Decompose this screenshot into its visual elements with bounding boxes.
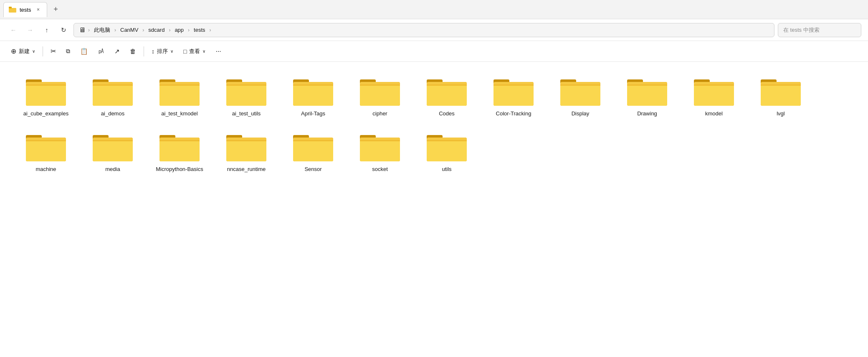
folder-icon <box>760 74 802 108</box>
folder-icon <box>159 130 200 163</box>
folder-label: utils <box>442 166 451 173</box>
svg-rect-25 <box>293 84 333 106</box>
folder-item-folder-machine[interactable]: machine <box>13 126 79 177</box>
svg-rect-26 <box>293 84 333 86</box>
folder-item-folder-sensor[interactable]: Sensor <box>280 126 347 177</box>
computer-icon: 🖥 <box>79 26 86 34</box>
folder-icon <box>693 74 735 108</box>
svg-rect-81 <box>226 140 266 141</box>
folder-label: machine <box>35 166 56 173</box>
view-button[interactable]: □ 查看 ∨ <box>179 45 210 58</box>
svg-rect-55 <box>694 84 734 106</box>
search-box[interactable]: 在 tests 中搜索 <box>778 23 861 37</box>
folder-icon <box>225 74 267 108</box>
address-bar-row: ← → ↑ ↻ 🖥 › 此电脑 › CanMV › sdcard › app ›… <box>0 19 868 41</box>
separator-1 <box>43 46 43 56</box>
cut-button[interactable]: ✂ <box>46 45 60 58</box>
tab-folder-icon <box>9 7 16 13</box>
svg-rect-61 <box>761 84 801 86</box>
folder-icon <box>626 74 668 108</box>
folder-item-folder-micropython-basics[interactable]: Micropython-Basics <box>146 126 213 177</box>
svg-rect-80 <box>226 140 266 161</box>
folder-item-folder-media[interactable]: media <box>79 126 146 177</box>
delete-button[interactable]: 🗑 <box>126 45 140 57</box>
folder-item-folder-drawing[interactable]: Drawing <box>614 70 681 122</box>
delete-icon: 🗑 <box>130 48 136 55</box>
folder-item-folder-ai-test-utils[interactable]: ai_test_utils <box>213 70 280 122</box>
folder-label: ai_test_kmodel <box>161 110 197 117</box>
folder-label: cipher <box>372 110 387 117</box>
forward-button[interactable]: → <box>23 23 37 37</box>
folder-label: socket <box>372 166 388 173</box>
svg-rect-11 <box>93 84 133 86</box>
paste-icon: 📋 <box>80 48 88 55</box>
folder-item-folder-cipher[interactable]: cipher <box>347 70 413 122</box>
sort-icon: ↕ <box>152 48 154 55</box>
svg-rect-1 <box>9 7 12 8</box>
folder-item-folder-kmodel[interactable]: kmodel <box>681 70 747 122</box>
toolbar: ⊕ 新建 ∨ ✂ ⧉ 📋 ㎀ ↗ 🗑 ↕ 排序 ∨ □ 查看 ∨ ··· <box>0 41 868 62</box>
add-tab-button[interactable]: + <box>49 3 62 16</box>
separator-2 <box>144 46 144 56</box>
breadcrumb-tests[interactable]: tests <box>192 26 207 34</box>
svg-rect-20 <box>226 84 266 106</box>
sort-label: 排序 <box>157 48 168 55</box>
svg-rect-96 <box>427 140 467 141</box>
breadcrumb-app[interactable]: app <box>173 26 185 34</box>
folder-label: Display <box>572 110 590 117</box>
share-icon: ↗ <box>114 48 120 55</box>
more-button[interactable]: ··· <box>211 45 225 58</box>
folder-icon <box>359 130 401 163</box>
folder-label: lvgl <box>777 110 785 117</box>
svg-rect-71 <box>93 140 133 141</box>
folder-item-folder-socket[interactable]: socket <box>347 126 413 177</box>
copy-button[interactable]: ⧉ <box>62 45 74 57</box>
folder-icon <box>159 74 200 108</box>
svg-rect-21 <box>226 84 266 86</box>
refresh-button[interactable]: ↻ <box>57 23 70 37</box>
folder-item-folder-ai-demos[interactable]: ai_demos <box>79 70 146 122</box>
rename-button[interactable]: ㎀ <box>94 45 109 58</box>
svg-rect-41 <box>493 84 534 86</box>
svg-rect-6 <box>26 84 66 86</box>
svg-rect-10 <box>93 84 133 106</box>
svg-rect-0 <box>9 8 16 13</box>
sort-button[interactable]: ↕ 排序 ∨ <box>147 45 177 58</box>
svg-rect-70 <box>93 140 133 161</box>
folder-item-folder-ai-test-kmodel[interactable]: ai_test_kmodel <box>146 70 213 122</box>
breadcrumb-this-pc[interactable]: 此电脑 <box>92 26 112 35</box>
folder-item-folder-codes[interactable]: Codes <box>413 70 480 122</box>
folder-item-folder-ai-cube-examples[interactable]: ai_cube_examples <box>13 70 79 122</box>
active-tab[interactable]: tests × <box>3 2 47 17</box>
folder-icon <box>25 130 67 163</box>
svg-rect-5 <box>26 84 66 106</box>
share-button[interactable]: ↗ <box>110 45 124 58</box>
svg-rect-50 <box>627 84 667 106</box>
svg-rect-15 <box>159 84 200 106</box>
paste-button[interactable]: 📋 <box>76 45 92 58</box>
breadcrumb-canmv[interactable]: CanMV <box>119 26 140 34</box>
folder-item-folder-april-tags[interactable]: April-Tags <box>280 70 347 122</box>
svg-rect-60 <box>761 84 801 106</box>
folder-icon <box>92 130 134 163</box>
folder-label: Sensor <box>304 166 321 173</box>
breadcrumb-sdcard[interactable]: sdcard <box>147 26 166 34</box>
folder-icon <box>559 74 601 108</box>
tab-close-button[interactable]: × <box>34 6 42 13</box>
folder-item-folder-color-tracking[interactable]: Color-Tracking <box>480 70 547 122</box>
svg-rect-46 <box>560 84 600 86</box>
back-button[interactable]: ← <box>7 23 20 37</box>
folder-icon <box>359 74 401 108</box>
folder-item-folder-nncase-runtime[interactable]: nncase_runtime <box>213 126 280 177</box>
svg-rect-30 <box>360 84 400 106</box>
new-button[interactable]: ⊕ 新建 ∨ <box>7 45 39 58</box>
tab-label: tests <box>20 7 31 13</box>
new-label: 新建 <box>19 48 30 55</box>
svg-rect-56 <box>694 84 734 86</box>
folder-item-folder-lvgl[interactable]: lvgl <box>747 70 814 122</box>
folder-item-folder-utils[interactable]: utils <box>413 126 480 177</box>
breadcrumb: 🖥 › 此电脑 › CanMV › sdcard › app › tests › <box>73 23 774 37</box>
up-button[interactable]: ↑ <box>40 23 53 37</box>
folder-item-folder-display[interactable]: Display <box>547 70 614 122</box>
view-label: 查看 <box>189 48 200 55</box>
